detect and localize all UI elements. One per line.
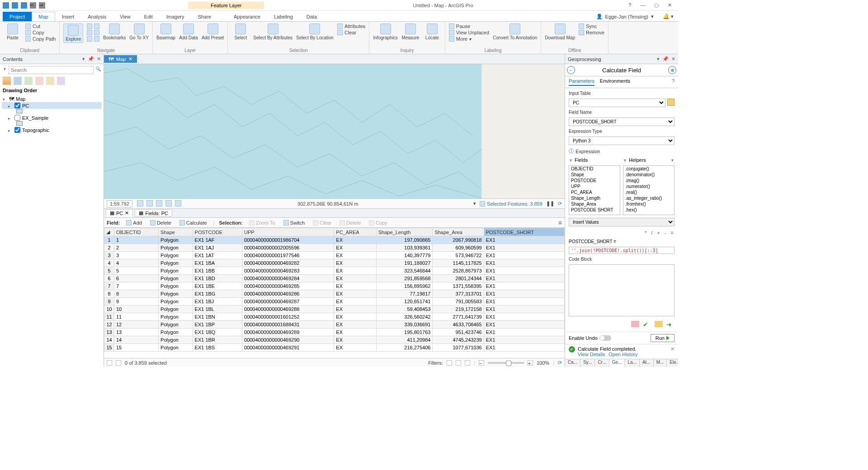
toc-layer-ex_sample[interactable]: EX_Sample (2, 114, 102, 121)
insert-values-select[interactable]: Insert Values (569, 218, 675, 226)
tab-appearance[interactable]: Appearance (227, 12, 267, 21)
scale-input[interactable]: 1:59.792 (107, 200, 132, 207)
dock-tab[interactable]: At... (640, 359, 654, 367)
zoom-to-button[interactable]: Zoom To (247, 220, 277, 226)
minimize-icon[interactable]: — (640, 2, 645, 8)
basemap-button[interactable]: Basemap (156, 24, 175, 40)
nav-arrows[interactable] (87, 24, 99, 42)
view-unplaced-button[interactable]: View Unplaced (449, 30, 489, 35)
gp-tab-environments[interactable]: Environments (600, 78, 630, 86)
select-by-attributes-button[interactable]: Select By Attributes (253, 24, 292, 40)
copy-path-button[interactable]: Copy Path (25, 36, 56, 42)
toc-layer-topographic[interactable]: Topographic (2, 127, 102, 133)
open-project-icon[interactable] (12, 2, 18, 9)
run-button[interactable]: Run (651, 334, 675, 342)
autohide-icon[interactable]: 📌 (662, 56, 669, 62)
filter-time-icon[interactable] (456, 360, 461, 366)
signed-in-user[interactable]: 👤 Egge-Jan (Tensing) ▾ (592, 12, 658, 21)
field-item[interactable]: Shape_Length (569, 195, 620, 201)
filter-extent-icon[interactable] (447, 360, 452, 366)
goto-xy-button[interactable]: Go To XY (129, 24, 149, 40)
gp-help-button[interactable]: ? (672, 78, 675, 86)
layer-checkbox[interactable] (14, 127, 20, 133)
field-item[interactable]: UPP (569, 183, 620, 189)
field-item[interactable]: POSTCODE (569, 178, 620, 183)
add-field-button[interactable]: Add (124, 220, 144, 226)
copy-selection-button[interactable]: Copy (367, 220, 389, 226)
download-map-button[interactable]: Download Map (545, 24, 575, 40)
save-icon[interactable] (21, 2, 27, 9)
delete-selection-button[interactable]: Delete (338, 220, 363, 226)
eraser-icon[interactable] (631, 321, 639, 327)
toc-layer-pc[interactable]: PC (2, 102, 102, 109)
col-postcode_short[interactable]: POSTCODE_SHORT (484, 228, 564, 236)
tab-view[interactable]: View (113, 12, 137, 21)
table-row[interactable]: 66PolygonEX1 1BD00004000000000469284EX29… (104, 275, 565, 282)
undo-icon[interactable]: ⤺ (30, 2, 36, 9)
grid-icon[interactable] (156, 200, 162, 207)
table-row[interactable]: 22PolygonEX1 1AJ00004000000002005596EX10… (104, 244, 565, 252)
col-shape_length[interactable]: Shape_Length (376, 228, 433, 236)
snap-icon[interactable] (137, 200, 143, 207)
add-tool-button[interactable]: ⊕ (668, 66, 676, 74)
dismiss-message-icon[interactable]: ✕ (670, 346, 675, 352)
col-objectid[interactable]: OBJECTID (114, 228, 159, 236)
calculate-field-button[interactable]: Calculate (178, 220, 209, 226)
table-row[interactable]: 1313PolygonEX1 1BQ00004000000000469289EX… (104, 329, 565, 336)
fields-filter-icon[interactable] (569, 157, 573, 163)
search-icon[interactable] (95, 66, 101, 74)
correction-icon[interactable] (165, 200, 172, 207)
tab-project[interactable]: Project (3, 12, 32, 21)
map-tab[interactable]: 🗺Map✕ (104, 55, 137, 63)
dock-tab[interactable]: Sy... (580, 359, 595, 367)
filter-icon[interactable] (3, 66, 7, 74)
table-tab-pc[interactable]: ▦PC✕ (106, 209, 133, 217)
tab-map[interactable]: Map (32, 12, 55, 21)
explore-button[interactable]: Explore (63, 24, 83, 43)
open-history-link[interactable]: Open History (609, 352, 637, 357)
toc-map[interactable]: 🗺Map (2, 96, 102, 102)
clear-selection-button[interactable]: Clear (337, 30, 365, 35)
show-all-icon[interactable] (107, 360, 112, 366)
close-tab-icon[interactable]: ✕ (125, 210, 129, 216)
list-by-labeling-icon[interactable] (57, 77, 65, 85)
filter-range-icon[interactable] (465, 360, 470, 366)
delete-field-button[interactable]: Delete (148, 220, 173, 226)
field-item[interactable]: Shape_Area (569, 201, 620, 207)
tab-insert[interactable]: Insert (55, 12, 81, 21)
info-icon[interactable]: ⓘ (569, 148, 574, 155)
infographics-button[interactable]: Infographics (373, 24, 397, 40)
table-menu-button[interactable]: ≡ (558, 219, 562, 226)
remove-button[interactable]: Remove (579, 30, 604, 35)
refresh-table-icon[interactable]: ⟳ (558, 360, 562, 366)
tab-imagery[interactable]: Imagery (160, 12, 191, 21)
table-row[interactable]: 88PolygonEX1 1BG00004000000000469286EX77… (104, 290, 565, 298)
layer-checkbox[interactable] (14, 103, 20, 108)
redo-icon[interactable]: ⤻ (39, 2, 45, 9)
op-button[interactable]: = (671, 230, 674, 235)
back-button[interactable]: ← (567, 66, 575, 74)
close-pane-icon[interactable]: ✕ (671, 56, 675, 62)
list-by-editing-icon[interactable] (35, 77, 43, 85)
pin-icon[interactable]: ▾ (82, 56, 85, 62)
table-row[interactable]: 1111PolygonEX1 1BN00004000000001601252EX… (104, 313, 565, 321)
tab-analysis[interactable]: Analysis (81, 12, 113, 21)
expression-type-select[interactable]: Python 3 (569, 136, 675, 145)
list-by-selection-icon[interactable] (24, 77, 33, 85)
table-row[interactable]: 11PolygonEX1 1AF00004000000001986704EX19… (104, 236, 565, 244)
field-item[interactable]: OBJECTID (569, 166, 620, 172)
list-by-source-icon[interactable] (14, 77, 22, 85)
contents-search-input[interactable] (9, 66, 94, 74)
copy-button[interactable]: Copy (25, 30, 56, 35)
maximize-icon[interactable]: ▢ (654, 2, 659, 8)
op-button[interactable]: * (645, 230, 646, 235)
add-data-button[interactable]: Add Data (179, 24, 198, 40)
helpers-listbox[interactable]: .conjugate().denominator().imag().numera… (623, 165, 675, 215)
field-item[interactable]: POSTCODE SHORT (569, 207, 620, 213)
tab-data[interactable]: Data (300, 12, 324, 21)
fields-listbox[interactable]: OBJECTIDShapePOSTCODEUPPPC_AREAShape_Len… (569, 165, 620, 215)
refresh-icon[interactable]: ⟳ (558, 201, 562, 207)
select-by-location-button[interactable]: Select By Location (296, 24, 334, 40)
close-pane-icon[interactable]: ✕ (97, 56, 101, 62)
cut-button[interactable]: Cut (25, 24, 56, 29)
